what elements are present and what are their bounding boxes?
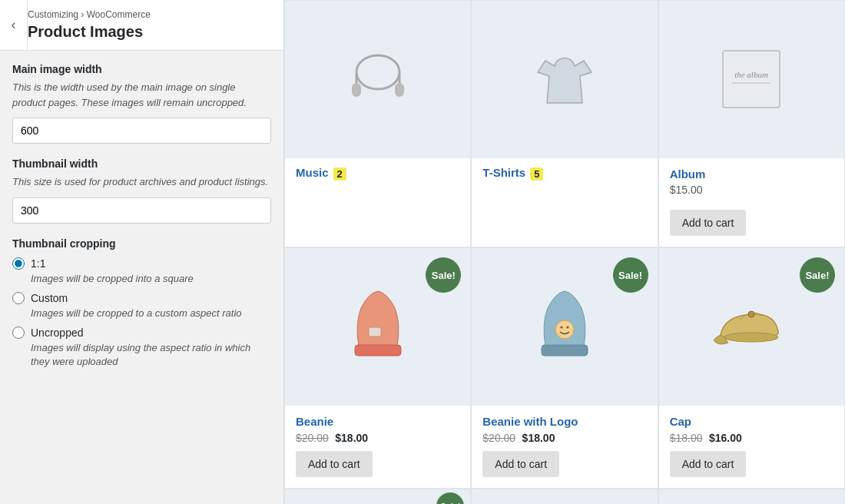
category-badge-tshirts: 5 <box>530 167 543 181</box>
partial-card-3 <box>658 489 845 504</box>
radio-text-custom: Custom <box>31 292 68 304</box>
thumbnail-width-desc: This size is used for product archives a… <box>12 174 271 190</box>
product-price-album: $15.00 <box>670 184 833 196</box>
beanie-pink-icon <box>340 285 416 370</box>
product-card-music: Music 2 <box>284 0 471 247</box>
category-badge-music: 2 <box>333 167 346 181</box>
radio-desc-custom: Images will be cropped to a custom aspec… <box>31 307 271 320</box>
radio-text-1-1: 1:1 <box>31 257 45 270</box>
product-name-music[interactable]: Music <box>296 166 329 179</box>
sale-badge-beanie: Sale! <box>426 257 461 293</box>
radio-uncropped[interactable] <box>12 327 25 339</box>
sale-badge-beanie-logo: Sale! <box>613 257 648 293</box>
product-card-tshirts: T-Shirts 5 <box>471 0 658 247</box>
product-card-beanie-logo: Sale! Beanie with Logo $20.00 $18.00 <box>471 247 658 489</box>
add-to-cart-album[interactable]: Add to cart <box>670 210 747 236</box>
add-to-cart-beanie-logo[interactable]: Add to cart <box>482 451 559 477</box>
product-info-album: Album $15.00 Add to cart <box>659 158 844 247</box>
svg-point-15 <box>748 311 754 317</box>
music-icon <box>340 49 416 111</box>
tshirt-icon <box>530 49 599 111</box>
breadcrumb: Customizing › WooCommerce <box>28 9 271 20</box>
beanie-blue-icon <box>526 285 603 370</box>
partial-card-2 <box>471 489 658 504</box>
product-name-tshirts[interactable]: T-Shirts <box>482 166 525 179</box>
product-price-cap: $18.00 $16.00 <box>670 431 833 445</box>
svg-rect-8 <box>355 345 401 356</box>
sidebar-content: Main image width This is the width used … <box>0 51 283 387</box>
product-name-beanie[interactable]: Beanie <box>296 415 459 428</box>
product-info-tshirts: T-Shirts 5 <box>472 158 657 191</box>
main-content: Music 2 T-Shirts 5 <box>284 0 845 504</box>
product-card-cap: Sale! Cap $18.00 $16.00 Add to cart <box>658 247 845 489</box>
svg-rect-5 <box>723 51 780 108</box>
product-info-music: Music 2 <box>285 158 470 191</box>
svg-point-12 <box>560 326 562 328</box>
product-card-album: the album Album $15.00 Add to cart <box>658 0 845 247</box>
partial-row: Sale! <box>284 489 845 504</box>
svg-rect-10 <box>542 345 588 356</box>
thumbnail-width-label: Thumbnail width <box>12 158 271 170</box>
product-name-beanie-logo[interactable]: Beanie with Logo <box>482 415 646 428</box>
product-card-beanie: Sale! Beanie $20.00 $18.00 Add to cart <box>284 247 471 489</box>
radio-group-1-1: 1:1 Images will be cropped into a square <box>12 257 271 286</box>
page-title: Product Images <box>28 23 271 41</box>
radio-label-uncropped[interactable]: Uncropped <box>12 327 271 339</box>
radio-group-custom: Custom Images will be cropped to a custo… <box>12 292 271 320</box>
thumbnail-cropping-label: Thumbnail cropping <box>12 237 271 250</box>
radio-label-custom[interactable]: Custom <box>12 292 271 304</box>
add-to-cart-beanie[interactable]: Add to cart <box>296 451 373 477</box>
svg-rect-1 <box>352 83 361 97</box>
cap-icon <box>709 293 794 362</box>
svg-rect-9 <box>369 327 381 337</box>
radio-desc-1-1: Images will be cropped into a square <box>31 272 271 286</box>
product-info-beanie: Beanie $20.00 $18.00 Add to cart <box>285 406 470 488</box>
product-image-cap: Sale! <box>659 248 844 406</box>
product-name-cap[interactable]: Cap <box>670 415 833 428</box>
radio-label-1-1[interactable]: 1:1 <box>12 257 271 270</box>
sidebar-header: ‹ Customizing › WooCommerce Product Imag… <box>0 0 283 51</box>
sale-badge-partial: Sale! <box>436 492 464 504</box>
partial-card-1: Sale! <box>284 489 471 504</box>
radio-custom[interactable] <box>12 292 25 304</box>
sidebar: ‹ Customizing › WooCommerce Product Imag… <box>0 0 284 504</box>
radio-1-1[interactable] <box>12 257 25 270</box>
back-button[interactable]: ‹ <box>0 0 28 50</box>
product-image-music <box>285 1 470 158</box>
product-price-beanie: $20.00 $18.00 <box>296 431 459 445</box>
svg-text:the album: the album <box>734 70 768 79</box>
product-category-tshirts: T-Shirts 5 <box>482 166 646 182</box>
main-image-width-input[interactable] <box>12 118 271 144</box>
radio-desc-uncropped: Images will display using the aspect rat… <box>31 341 271 369</box>
radio-text-uncropped: Uncropped <box>31 327 84 339</box>
product-info-cap: Cap $18.00 $16.00 Add to cart <box>659 406 844 488</box>
product-info-beanie-logo: Beanie with Logo $20.00 $18.00 Add to ca… <box>472 406 657 488</box>
thumbnail-width-input[interactable] <box>12 197 271 224</box>
product-image-album: the album <box>659 1 844 158</box>
product-image-beanie: Sale! <box>285 248 470 406</box>
product-image-beanie-logo: Sale! <box>472 248 657 406</box>
products-grid: Music 2 T-Shirts 5 <box>284 0 845 489</box>
svg-rect-2 <box>395 83 404 97</box>
album-icon: the album <box>717 47 786 112</box>
main-image-width-desc: This is the width used by the main image… <box>12 80 271 110</box>
product-price-beanie-logo: $20.00 $18.00 <box>482 431 646 445</box>
product-image-tshirts <box>472 1 657 158</box>
radio-group-uncropped: Uncropped Images will display using the … <box>12 327 271 369</box>
add-to-cart-cap[interactable]: Add to cart <box>670 451 747 477</box>
product-category-music: Music 2 <box>296 166 459 182</box>
product-name-album[interactable]: Album <box>670 167 833 181</box>
svg-point-13 <box>566 326 568 328</box>
svg-point-11 <box>555 320 574 339</box>
svg-point-0 <box>356 55 399 89</box>
main-image-width-label: Main image width <box>12 63 271 75</box>
svg-point-14 <box>724 333 778 342</box>
sale-badge-cap: Sale! <box>800 257 835 293</box>
